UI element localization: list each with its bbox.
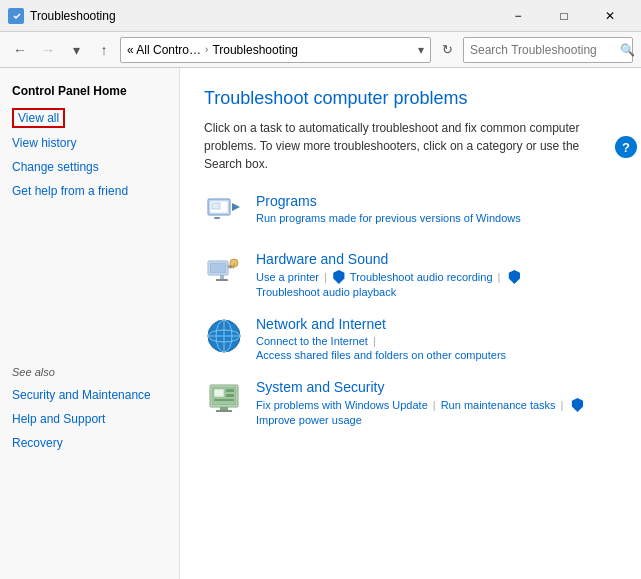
separator-1: | bbox=[324, 271, 327, 283]
svg-rect-11 bbox=[216, 279, 228, 281]
system-link-3[interactable]: Improve power usage bbox=[256, 414, 362, 426]
sidebar-link-view-all[interactable]: View all bbox=[12, 108, 65, 128]
sidebar-link-view-history[interactable]: View history bbox=[12, 134, 167, 152]
breadcrumb: « All Contro… › Troubleshooting bbox=[127, 43, 418, 57]
svg-marker-4 bbox=[232, 203, 240, 211]
sidebar: Control Panel Home View all View history… bbox=[0, 68, 180, 579]
window-controls: − □ ✕ bbox=[495, 0, 633, 32]
system-info: System and Security Fix problems with Wi… bbox=[256, 379, 617, 426]
category-programs: Programs Run programs made for previous … bbox=[204, 193, 617, 233]
sidebar-link-get-help[interactable]: Get help from a friend bbox=[12, 182, 167, 200]
network-icon bbox=[204, 316, 244, 356]
separator-2: | bbox=[498, 271, 501, 283]
category-network: Network and Internet Connect to the Inte… bbox=[204, 316, 617, 361]
see-also-title: See also bbox=[12, 366, 167, 378]
content-description: Click on a task to automatically trouble… bbox=[204, 119, 584, 173]
breadcrumb-prefix: « All Contro… bbox=[127, 43, 201, 57]
svg-rect-7 bbox=[210, 263, 226, 273]
system-icon bbox=[204, 379, 244, 419]
dropdown-button[interactable]: ▾ bbox=[64, 38, 88, 62]
hardware-links: Use a printer | Troubleshoot audio recor… bbox=[256, 270, 617, 298]
close-button[interactable]: ✕ bbox=[587, 0, 633, 32]
shield-icon-1 bbox=[332, 270, 346, 284]
system-links: Fix problems with Windows Update | Run m… bbox=[256, 398, 617, 426]
svg-rect-22 bbox=[226, 389, 234, 392]
forward-button[interactable]: → bbox=[36, 38, 60, 62]
svg-rect-5 bbox=[214, 217, 220, 219]
address-dropdown-arrow[interactable]: ▾ bbox=[418, 43, 424, 57]
sidebar-section-title: Control Panel Home bbox=[12, 84, 167, 98]
address-box: « All Contro… › Troubleshooting ▾ bbox=[120, 37, 431, 63]
hardware-info: Hardware and Sound Use a printer | Troub… bbox=[256, 251, 617, 298]
hardware-icon: ♪ bbox=[204, 251, 244, 291]
network-name[interactable]: Network and Internet bbox=[256, 316, 617, 332]
main-container: Control Panel Home View all View history… bbox=[0, 68, 641, 579]
network-info: Network and Internet Connect to the Inte… bbox=[256, 316, 617, 361]
hardware-link-2[interactable]: Troubleshoot audio recording bbox=[350, 271, 493, 283]
network-link-1[interactable]: Connect to the Internet bbox=[256, 335, 368, 347]
help-button[interactable]: ? bbox=[615, 136, 637, 158]
app-icon bbox=[8, 8, 24, 24]
network-link-2[interactable]: Access shared files and folders on other… bbox=[256, 349, 506, 361]
network-links: Connect to the Internet | Access shared … bbox=[256, 335, 617, 361]
title-bar: Troubleshooting − □ ✕ bbox=[0, 0, 641, 32]
search-input[interactable] bbox=[470, 43, 620, 57]
shield-icon-3 bbox=[570, 398, 584, 412]
content-title: Troubleshoot computer problems bbox=[204, 88, 617, 109]
window-title: Troubleshooting bbox=[30, 9, 495, 23]
sidebar-link-security[interactable]: Security and Maintenance bbox=[12, 386, 167, 404]
breadcrumb-arrow: › bbox=[205, 44, 208, 55]
separator-5: | bbox=[561, 399, 564, 411]
sidebar-link-recovery[interactable]: Recovery bbox=[12, 434, 167, 452]
category-system: System and Security Fix problems with Wi… bbox=[204, 379, 617, 426]
sidebar-link-change-settings[interactable]: Change settings bbox=[12, 158, 167, 176]
category-hardware: ♪ Hardware and Sound Use a printer | Tro… bbox=[204, 251, 617, 298]
programs-info: Programs Run programs made for previous … bbox=[256, 193, 617, 224]
svg-rect-10 bbox=[220, 275, 224, 279]
svg-rect-25 bbox=[220, 407, 228, 410]
breadcrumb-current: Troubleshooting bbox=[212, 43, 298, 57]
search-box: 🔍 bbox=[463, 37, 633, 63]
shield-icon-2 bbox=[507, 270, 521, 284]
up-button[interactable]: ↑ bbox=[92, 38, 116, 62]
system-name[interactable]: System and Security bbox=[256, 379, 617, 395]
system-link-1[interactable]: Fix problems with Windows Update bbox=[256, 399, 428, 411]
hardware-name[interactable]: Hardware and Sound bbox=[256, 251, 617, 267]
programs-name[interactable]: Programs bbox=[256, 193, 617, 209]
content-area: ? Troubleshoot computer problems Click o… bbox=[180, 68, 641, 579]
hardware-link-1[interactable]: Use a printer bbox=[256, 271, 319, 283]
svg-rect-26 bbox=[216, 410, 232, 412]
programs-icon bbox=[204, 193, 244, 233]
back-button[interactable]: ← bbox=[8, 38, 32, 62]
programs-links: Run programs made for previous versions … bbox=[256, 212, 617, 224]
system-link-2[interactable]: Run maintenance tasks bbox=[441, 399, 556, 411]
separator-4: | bbox=[433, 399, 436, 411]
svg-point-0 bbox=[11, 11, 21, 21]
address-bar: ← → ▾ ↑ « All Contro… › Troubleshooting … bbox=[0, 32, 641, 68]
hardware-link-3[interactable]: Troubleshoot audio playback bbox=[256, 286, 396, 298]
refresh-button[interactable]: ↻ bbox=[435, 38, 459, 62]
svg-rect-23 bbox=[226, 394, 234, 397]
maximize-button[interactable]: □ bbox=[541, 0, 587, 32]
sidebar-link-help-support[interactable]: Help and Support bbox=[12, 410, 167, 428]
search-icon[interactable]: 🔍 bbox=[620, 43, 635, 57]
svg-rect-3 bbox=[212, 203, 220, 209]
separator-3: | bbox=[373, 335, 376, 347]
minimize-button[interactable]: − bbox=[495, 0, 541, 32]
svg-rect-21 bbox=[214, 389, 224, 397]
programs-link-1[interactable]: Run programs made for previous versions … bbox=[256, 212, 521, 224]
svg-rect-24 bbox=[214, 399, 234, 401]
